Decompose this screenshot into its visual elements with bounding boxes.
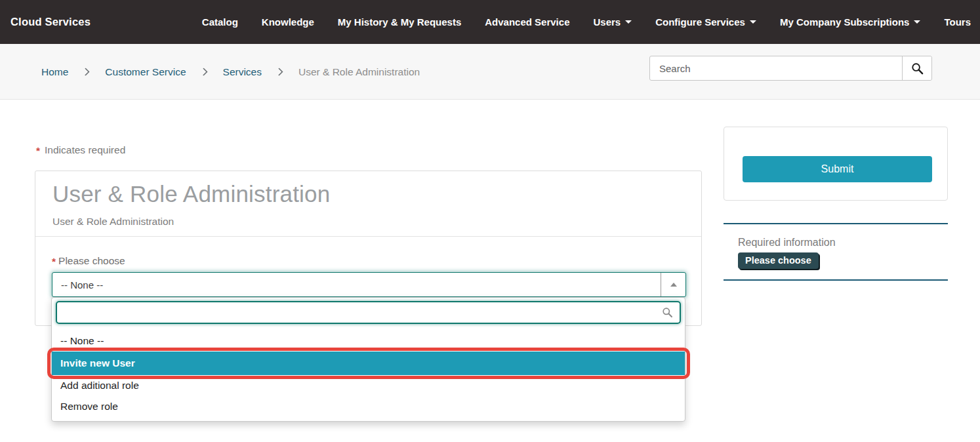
search-icon — [911, 62, 924, 75]
nav-item-configure-services[interactable]: Configure Services — [655, 16, 756, 28]
please-choose-label-text: Please choose — [58, 255, 125, 266]
select-dropdown-panel: -- None -- Invite new User Add aditional… — [51, 297, 685, 422]
nav-item-label: Tours — [944, 16, 971, 28]
chevron-right-icon — [275, 68, 283, 76]
sidebar-divider-bottom — [724, 279, 948, 281]
dropdown-option-invite-new-user[interactable]: Invite new User — [52, 352, 685, 375]
page-title: User & Role Administration — [52, 181, 684, 207]
page-subtitle: User & Role Administration — [52, 216, 684, 228]
caret-down-icon — [750, 20, 756, 24]
card-header: User & Role Administration User & Role A… — [35, 171, 701, 237]
nav-item-label: Advanced Service — [485, 16, 569, 28]
nav-item-my-company-subscriptions[interactable]: My Company Subscriptions — [780, 16, 921, 28]
caret-down-icon — [914, 20, 920, 24]
dropdown-option-remove-role[interactable]: Remove role — [52, 396, 685, 417]
nav-item-advanced-service[interactable]: Advanced Service — [485, 16, 569, 28]
red-highlight-annotation — [47, 348, 690, 379]
nav-item-catalog[interactable]: Catalog — [202, 16, 238, 28]
breadcrumb-link-services[interactable]: Services — [223, 66, 262, 78]
dropdown-option-add-aditional-role[interactable]: Add aditional role — [52, 375, 685, 396]
nav-item-my-history-requests[interactable]: My History & My Requests — [338, 16, 461, 28]
dropdown-filter-box — [56, 301, 681, 324]
required-asterisk: * — [36, 145, 40, 156]
service-portal-page: Cloud Services Catalog Knowledge My Hist… — [0, 0, 980, 442]
submit-card: Submit — [724, 127, 948, 201]
required-asterisk: * — [52, 256, 56, 267]
chevron-right-icon — [81, 68, 90, 76]
breadcrumb: Home Customer Service Services User & Ro… — [41, 44, 420, 100]
nav-menu: Catalog Knowledge My History & My Reques… — [202, 16, 971, 28]
select-current-value: -- None -- — [52, 279, 103, 291]
chevron-right-icon — [199, 68, 208, 76]
nav-item-label: My Company Subscriptions — [780, 16, 910, 28]
nav-item-label: My History & My Requests — [338, 16, 461, 28]
breadcrumb-current: User & Role Administration — [298, 66, 420, 78]
nav-item-knowledge[interactable]: Knowledge — [262, 16, 314, 28]
caret-up-icon — [670, 283, 677, 287]
search-input[interactable] — [650, 56, 902, 80]
breadcrumb-bar: Home Customer Service Services User & Ro… — [0, 44, 980, 100]
dropdown-filter-input[interactable] — [64, 307, 662, 318]
dropdown-option-none[interactable]: -- None -- — [52, 331, 685, 352]
please-choose-select[interactable]: -- None -- — [52, 272, 686, 297]
breadcrumb-link-home[interactable]: Home — [41, 66, 68, 78]
please-choose-label: *Please choose — [52, 255, 125, 266]
caret-down-icon — [625, 20, 632, 24]
select-toggle[interactable] — [661, 273, 685, 296]
dropdown-option-label: Invite new User — [60, 357, 135, 369]
top-navbar: Cloud Services Catalog Knowledge My Hist… — [0, 0, 980, 44]
submit-button[interactable]: Submit — [743, 156, 932, 182]
search-button[interactable] — [902, 56, 931, 80]
magnifier-icon — [662, 307, 673, 318]
indicates-required-note: *Indicates required — [36, 144, 125, 156]
sidebar-divider-top — [724, 223, 948, 224]
nav-item-label: Configure Services — [655, 16, 745, 28]
search-box — [649, 56, 932, 81]
breadcrumb-link-customer-service[interactable]: Customer Service — [105, 66, 186, 78]
required-information-title: Required information — [738, 237, 836, 249]
indicates-required-label: Indicates required — [45, 144, 125, 155]
required-field-badge[interactable]: Please choose — [738, 252, 819, 269]
nav-item-label: Knowledge — [262, 16, 314, 28]
nav-item-users[interactable]: Users — [593, 16, 632, 28]
nav-item-label: Users — [593, 16, 621, 28]
brand-logo[interactable]: Cloud Services — [10, 16, 91, 28]
nav-item-label: Catalog — [202, 16, 238, 28]
nav-item-tours[interactable]: Tours — [944, 16, 971, 28]
dropdown-options-list: -- None -- Invite new User Add aditional… — [52, 327, 685, 421]
please-choose-field: *Please choose -- None -- — [35, 237, 701, 297]
